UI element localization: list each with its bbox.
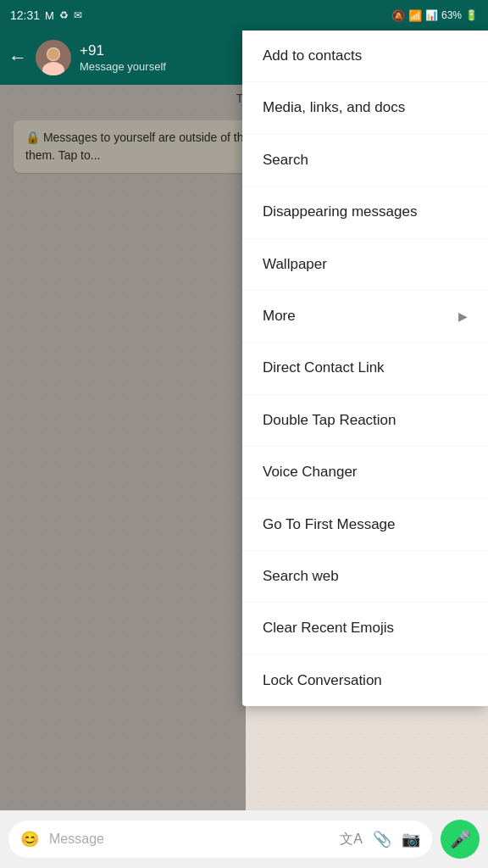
menu-label-more: More (263, 308, 296, 325)
mail-icon: ✉ (74, 9, 82, 21)
battery-level: 63% (441, 9, 462, 21)
status-time: 12:31 (10, 8, 40, 22)
menu-item-media-links-docs[interactable]: Media, links, and docs (242, 82, 488, 134)
menu-item-disappearing-messages[interactable]: Disappearing messages (242, 186, 488, 238)
signal-icon: 📊 (425, 9, 438, 21)
battery-icon: 🔋 (465, 9, 478, 21)
menu-item-add-to-contacts[interactable]: Add to contacts (242, 31, 488, 82)
avatar-image (36, 40, 71, 75)
menu-item-more[interactable]: More▶ (242, 291, 488, 342)
menu-label-search-web: Search web (263, 568, 339, 585)
menu-label-add-to-contacts: Add to contacts (263, 47, 362, 64)
context-menu: Add to contactsMedia, links, and docsSea… (242, 31, 488, 706)
message-placeholder[interactable]: Message (49, 832, 330, 847)
emoji-icon[interactable]: 😊 (20, 830, 39, 849)
svg-point-3 (47, 48, 59, 60)
status-bar-left: 12:31 M ♻ ✉ (10, 8, 82, 22)
menu-label-media-links-docs: Media, links, and docs (263, 99, 405, 116)
menu-label-clear-recent-emojis: Clear Recent Emojis (263, 620, 394, 637)
mic-button[interactable]: 🎤 (441, 820, 480, 859)
overlay-dim[interactable] (0, 85, 246, 810)
menu-label-go-to-first-message: Go To First Message (263, 516, 396, 533)
menu-label-voice-changer: Voice Changer (263, 464, 358, 481)
menu-item-search[interactable]: Search (242, 135, 488, 186)
menu-item-lock-conversation[interactable]: Lock Conversation (242, 655, 488, 706)
translate-icon[interactable]: 文A (340, 831, 363, 849)
back-button[interactable]: ← (8, 47, 27, 69)
menu-label-direct-contact-link: Direct Contact Link (263, 359, 385, 376)
chevron-right-icon: ▶ (458, 309, 468, 324)
status-bar-right: 🔕 📶 📊 63% 🔋 (391, 9, 478, 22)
gmail-icon: M (45, 9, 54, 22)
input-bar: 😊 Message 文A 📎 📷 🎤 (0, 810, 488, 868)
menu-label-disappearing-messages: Disappearing messages (263, 203, 417, 220)
status-bar: 12:31 M ♻ ✉ 🔕 📶 📊 63% 🔋 (0, 0, 488, 31)
sync-icon: ♻ (59, 9, 69, 21)
menu-item-clear-recent-emojis[interactable]: Clear Recent Emojis (242, 603, 488, 654)
menu-label-double-tap-reaction: Double Tap Reaction (263, 412, 396, 429)
wifi-icon: 📶 (408, 9, 422, 22)
menu-item-voice-changer[interactable]: Voice Changer (242, 447, 488, 498)
mute-icon: 🔕 (391, 9, 405, 22)
contact-avatar[interactable] (36, 40, 71, 75)
menu-item-double-tap-reaction[interactable]: Double Tap Reaction (242, 395, 488, 447)
menu-item-search-web[interactable]: Search web (242, 551, 488, 603)
menu-item-go-to-first-message[interactable]: Go To First Message (242, 499, 488, 551)
menu-label-search: Search (263, 152, 308, 169)
mic-icon: 🎤 (450, 829, 471, 849)
attach-icon[interactable]: 📎 (373, 830, 391, 849)
message-input-field[interactable]: 😊 Message 文A 📎 📷 (8, 821, 432, 858)
menu-label-wallpaper: Wallpaper (263, 256, 327, 273)
menu-item-wallpaper[interactable]: Wallpaper (242, 239, 488, 291)
menu-label-lock-conversation: Lock Conversation (263, 672, 382, 689)
camera-icon[interactable]: 📷 (402, 830, 420, 849)
menu-item-direct-contact-link[interactable]: Direct Contact Link (242, 342, 488, 394)
